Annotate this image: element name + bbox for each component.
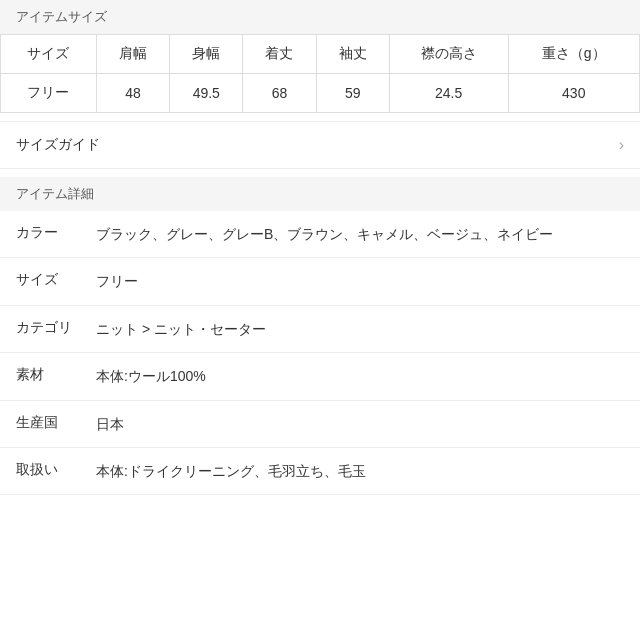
size-guide-label: サイズガイド — [16, 136, 100, 154]
label-origin: 生産国 — [16, 413, 96, 432]
value-origin: 日本 — [96, 413, 624, 435]
cell-collar: 24.5 — [389, 74, 508, 113]
table-row: フリー 48 49.5 68 59 24.5 430 — [1, 74, 640, 113]
col-size: サイズ — [1, 35, 97, 74]
detail-row-material: 素材 本体:ウール100% — [0, 353, 640, 400]
value-size: フリー — [96, 270, 624, 292]
detail-row-origin: 生産国 日本 — [0, 401, 640, 448]
col-body-width: 身幅 — [170, 35, 243, 74]
size-table-header: アイテムサイズ — [0, 0, 640, 34]
detail-row-category: カテゴリ ニット > ニット・セーター — [0, 306, 640, 353]
label-material: 素材 — [16, 365, 96, 384]
detail-row-color: カラー ブラック、グレー、グレーB、ブラウン、キャメル、ベージュ、ネイビー — [0, 211, 640, 258]
label-color: カラー — [16, 223, 96, 242]
cell-length: 68 — [243, 74, 316, 113]
chevron-right-icon: › — [619, 136, 624, 154]
cell-weight: 430 — [508, 74, 639, 113]
col-collar: 襟の高さ — [389, 35, 508, 74]
item-details-section: アイテム詳細 カラー ブラック、グレー、グレーB、ブラウン、キャメル、ベージュ、… — [0, 177, 640, 495]
size-table-section: アイテムサイズ サイズ 肩幅 身幅 着丈 袖丈 襟の高さ 重さ（g） フリー 4… — [0, 0, 640, 113]
label-handling: 取扱い — [16, 460, 96, 479]
col-length: 着丈 — [243, 35, 316, 74]
cell-sleeve: 59 — [316, 74, 389, 113]
label-category: カテゴリ — [16, 318, 96, 337]
value-category: ニット > ニット・セーター — [96, 318, 624, 340]
value-color: ブラック、グレー、グレーB、ブラウン、キャメル、ベージュ、ネイビー — [96, 223, 624, 245]
detail-row-size: サイズ フリー — [0, 258, 640, 305]
value-material: 本体:ウール100% — [96, 365, 624, 387]
cell-shoulder: 48 — [96, 74, 169, 113]
size-table: サイズ 肩幅 身幅 着丈 袖丈 襟の高さ 重さ（g） フリー 48 49.5 6… — [0, 34, 640, 113]
page-wrapper: アイテムサイズ サイズ 肩幅 身幅 着丈 袖丈 襟の高さ 重さ（g） フリー 4… — [0, 0, 640, 640]
col-shoulder: 肩幅 — [96, 35, 169, 74]
label-size: サイズ — [16, 270, 96, 289]
table-header-row: サイズ 肩幅 身幅 着丈 袖丈 襟の高さ 重さ（g） — [1, 35, 640, 74]
cell-body-width: 49.5 — [170, 74, 243, 113]
col-weight: 重さ（g） — [508, 35, 639, 74]
cell-size: フリー — [1, 74, 97, 113]
value-handling: 本体:ドライクリーニング、毛羽立ち、毛玉 — [96, 460, 624, 482]
detail-row-handling: 取扱い 本体:ドライクリーニング、毛羽立ち、毛玉 — [0, 448, 640, 495]
col-sleeve: 袖丈 — [316, 35, 389, 74]
item-details-header: アイテム詳細 — [0, 177, 640, 211]
size-guide-row[interactable]: サイズガイド › — [0, 121, 640, 169]
